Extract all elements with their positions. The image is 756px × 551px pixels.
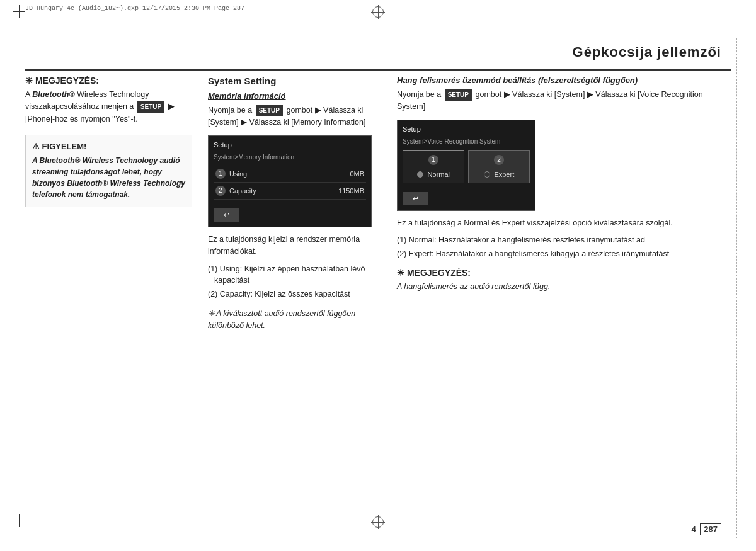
note-italic-right: A hangfelismerés az audió rendszertől fü… <box>397 281 731 293</box>
list-item-using: (1) Using: Kijelzi az éppen használatban… <box>208 263 384 287</box>
hang-intro: Nyomja be a SETUP gombot ▶ Válassza ki [… <box>397 89 731 113</box>
setup-badge-left: SETUP <box>137 101 164 113</box>
hang-desc: Ez a tulajdonság a Normal és Expert viss… <box>397 217 731 229</box>
screen-breadcrumb-mid: System>Memory Information <box>214 154 366 161</box>
cross-top-center <box>371 5 385 19</box>
cross-bottom-center <box>371 515 385 529</box>
row-label-capacity: Capacity <box>229 187 338 195</box>
warning-text: A Bluetooth® Wireless Technology audió s… <box>32 155 185 200</box>
vr-radio-expert <box>484 171 490 178</box>
page-number: 287 <box>700 523 721 535</box>
row-value-using: 0MB <box>350 170 364 178</box>
vr-label-expert: Expert <box>494 171 514 178</box>
system-setting-title: System Setting <box>208 76 384 86</box>
note-body: A Bluetooth® Wireless Technology visszak… <box>25 89 192 125</box>
screen-row-capacity: 2 Capacity 1150MB <box>214 183 366 200</box>
memoria-desc: Ez a tulajdonság kijelzi a rendszer memó… <box>208 234 384 258</box>
list-item-normal: (1) Normal: Használatakor a hangfelismer… <box>397 234 731 246</box>
screen-row-using: 1 Using 0MB <box>214 166 366 183</box>
left-column: ✳ MEGJEGYZÉS: A Bluetooth® Wireless Tech… <box>25 76 202 507</box>
screen-breadcrumb-right: System>Voice Recognition System <box>403 138 530 145</box>
screen-header-mid: Setup <box>214 141 366 151</box>
row-value-capacity: 1150MB <box>338 187 364 195</box>
cross-top-left <box>13 5 25 20</box>
screen-back-button-mid[interactable]: ↩ <box>214 208 239 222</box>
memoria-subtitle: Memória információ <box>208 91 384 101</box>
vr-screen-mockup: Setup System>Voice Recognition System 1 … <box>397 120 536 211</box>
hang-title: Hang felismerés üzemmód beállítás (felsz… <box>397 76 731 85</box>
note-title: ✳ MEGJEGYZÉS: <box>25 76 192 86</box>
memoria-intro: Nyomja be a SETUP gombot ▶ Válassza ki [… <box>208 105 384 129</box>
setup-badge-mid: SETUP <box>256 105 283 116</box>
cross-bottom-left <box>13 514 25 529</box>
memory-screen-mockup: Setup System>Memory Information 1 Using … <box>208 135 372 227</box>
row-num-2: 2 <box>215 186 226 196</box>
vr-option-expert[interactable]: 2 Expert <box>468 150 530 183</box>
note-section: ✳ MEGJEGYZÉS: A Bluetooth® Wireless Tech… <box>25 76 192 125</box>
vertical-dashed-line <box>736 38 737 538</box>
setup-badge-right: SETUP <box>445 89 472 101</box>
header-divider <box>25 69 731 71</box>
content-area: ✳ MEGJEGYZÉS: A Bluetooth® Wireless Tech… <box>25 76 731 507</box>
warning-title: ⚠ FIGYELEM! <box>32 142 185 151</box>
vr-label-normal: Normal <box>428 171 450 178</box>
ast-note-mid: ✳ A kiválasztott audió rendszertől függő… <box>208 308 384 332</box>
vr-radio-normal <box>417 171 423 178</box>
list-item-expert: (2) Expert: Használatakor a hangfelismer… <box>397 248 731 260</box>
middle-column: System Setting Memória információ Nyomja… <box>202 76 391 507</box>
screen-header-right: Setup <box>403 125 530 135</box>
vr-num-1: 1 <box>428 155 438 165</box>
note-title-right: ✳ MEGJEGYZÉS: <box>397 268 731 278</box>
vr-option-normal[interactable]: 1 Normal <box>403 150 464 183</box>
bluetooth-text: Bluetooth® <box>32 90 75 99</box>
row-num-1: 1 <box>215 169 226 179</box>
page-title: Gépkocsija jellemzői <box>573 44 721 60</box>
list-item-capacity: (2) Capacity: Kijelzi az összes kapacitá… <box>208 288 384 300</box>
vr-options-container: 1 Normal 2 Expert <box>403 150 530 183</box>
note-section-right: ✳ MEGJEGYZÉS: A hangfelismerés az audió … <box>397 268 731 293</box>
row-label-using: Using <box>229 170 350 178</box>
right-column: Hang felismerés üzemmód beállítás (felsz… <box>391 76 731 507</box>
vr-num-2: 2 <box>494 155 504 165</box>
warning-box: ⚠ FIGYELEM! A Bluetooth® Wireless Techno… <box>25 135 192 207</box>
screen-back-button-right[interactable]: ↩ <box>403 192 428 205</box>
footer-page: 4 287 <box>691 523 721 535</box>
